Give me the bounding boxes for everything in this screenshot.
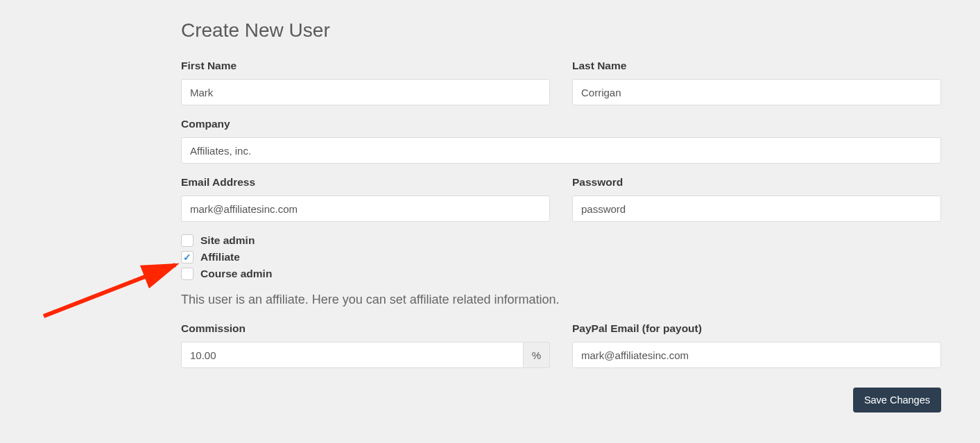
commission-input[interactable] — [181, 342, 524, 368]
roles-group: Site admin Affiliate Course admin — [181, 234, 941, 280]
affiliate-checkbox[interactable] — [181, 251, 194, 263]
affiliate-info-text: This user is an affiliate. Here you can … — [181, 293, 941, 307]
last-name-input[interactable] — [572, 79, 941, 105]
course-admin-checkbox[interactable] — [181, 268, 194, 280]
last-name-label: Last Name — [572, 60, 941, 72]
email-label: Email Address — [181, 176, 550, 189]
commission-label: Commission — [181, 322, 550, 335]
site-admin-checkbox[interactable] — [181, 234, 194, 247]
annotation-arrow — [38, 255, 187, 324]
percent-addon: % — [524, 342, 550, 368]
first-name-input[interactable] — [181, 79, 550, 105]
affiliate-label[interactable]: Affiliate — [200, 251, 240, 263]
svg-line-0 — [44, 265, 175, 316]
paypal-email-input[interactable] — [572, 342, 941, 368]
paypal-email-label: PayPal Email (for payout) — [572, 322, 941, 335]
course-admin-label[interactable]: Course admin — [200, 268, 272, 280]
site-admin-label[interactable]: Site admin — [200, 234, 255, 247]
form-container: Create New User First Name Last Name Com… — [181, 0, 941, 368]
first-name-label: First Name — [181, 60, 550, 72]
company-label: Company — [181, 118, 941, 130]
company-input[interactable] — [181, 137, 941, 164]
password-label: Password — [572, 176, 941, 189]
password-input[interactable] — [572, 196, 941, 222]
save-changes-button[interactable]: Save Changes — [853, 388, 941, 412]
email-input[interactable] — [181, 196, 550, 222]
page-title: Create New User — [181, 19, 941, 42]
